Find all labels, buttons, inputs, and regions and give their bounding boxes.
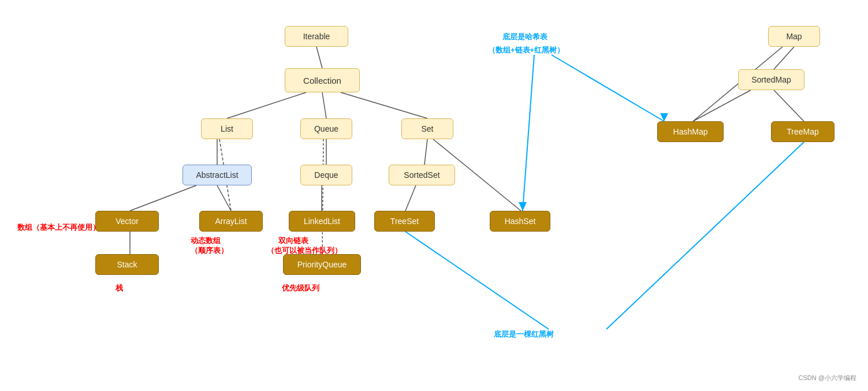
connections-svg bbox=[0, 0, 868, 391]
node-abstractlist: AbstractList bbox=[182, 165, 252, 185]
node-collection: Collection bbox=[285, 68, 360, 92]
node-list: List bbox=[201, 118, 253, 139]
node-iterable: Iterable bbox=[285, 26, 348, 47]
node-arraylist: ArrayList bbox=[199, 211, 263, 232]
node-queue: Queue bbox=[300, 118, 352, 139]
label-rbtree-note: 底层是一棵红黑树 bbox=[494, 329, 554, 340]
node-treemap: TreeMap bbox=[771, 121, 835, 142]
svg-line-17 bbox=[693, 90, 751, 121]
svg-line-19 bbox=[523, 55, 534, 211]
svg-line-11 bbox=[322, 139, 323, 254]
svg-line-20 bbox=[552, 55, 664, 121]
node-stack: Stack bbox=[95, 254, 159, 275]
node-set: Set bbox=[401, 118, 453, 139]
label-dynamic-note1: 动态数组 bbox=[191, 236, 221, 246]
svg-marker-23 bbox=[519, 202, 527, 211]
label-priority-note: 优先级队列 bbox=[282, 283, 319, 293]
node-linkedlist: LinkedList bbox=[289, 211, 355, 232]
svg-line-2 bbox=[322, 92, 326, 118]
watermark: CSDN @小六学编程 bbox=[799, 374, 856, 382]
svg-line-12 bbox=[424, 139, 427, 165]
node-deque: Deque bbox=[300, 165, 352, 185]
svg-line-6 bbox=[130, 185, 196, 211]
node-priorityqueue: PriorityQueue bbox=[283, 254, 361, 275]
svg-line-15 bbox=[774, 47, 794, 69]
svg-line-0 bbox=[316, 47, 322, 68]
diagram-container: Iterable Collection List Queue Set Abstr… bbox=[0, 0, 868, 391]
label-dynamic-note2: （顺序表） bbox=[191, 245, 228, 256]
label-linked-note2: （也可以被当作队列） bbox=[267, 245, 342, 256]
node-sortedset: SortedSet bbox=[389, 165, 455, 185]
node-treeset: TreeSet bbox=[374, 211, 435, 232]
svg-line-21 bbox=[405, 232, 549, 329]
label-hash-note2: （数组+链表+红黑树） bbox=[488, 45, 564, 55]
label-hash-note1: 底层是哈希表 bbox=[502, 32, 547, 42]
svg-line-18 bbox=[774, 90, 804, 121]
svg-line-7 bbox=[217, 185, 231, 211]
label-linked-note1: 双向链表 bbox=[278, 236, 308, 246]
node-map: Map bbox=[768, 26, 820, 47]
node-sortedmap: SortedMap bbox=[738, 69, 804, 90]
label-array-note: 数组（基本上不再使用） bbox=[17, 222, 100, 233]
label-stack-note: 栈 bbox=[116, 283, 123, 293]
svg-marker-24 bbox=[660, 113, 668, 121]
node-vector: Vector bbox=[95, 211, 159, 232]
svg-line-14 bbox=[405, 185, 416, 211]
svg-line-1 bbox=[227, 92, 306, 118]
svg-line-22 bbox=[606, 142, 804, 329]
node-hashmap: HashMap bbox=[657, 121, 724, 142]
svg-line-3 bbox=[341, 92, 427, 118]
node-hashset: HashSet bbox=[490, 211, 550, 232]
